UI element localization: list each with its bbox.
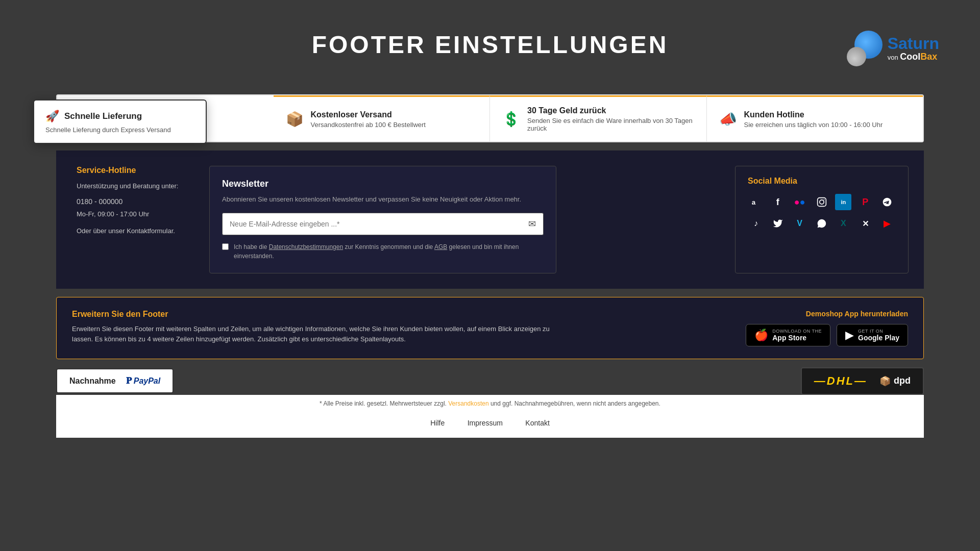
datenschutz-link[interactable]: Datenschutzbestimmungen xyxy=(269,243,343,251)
app-download-heading: Demoshop App herunterladen xyxy=(746,310,908,318)
vimeo-icon[interactable]: V xyxy=(792,215,808,232)
footer-nav: Hilfe Impressum Kontakt xyxy=(56,412,924,438)
logo: Saturn von CoolBax xyxy=(847,31,939,66)
footer-dark: Service-Hotline Unterstützung und Beratu… xyxy=(56,151,924,289)
footer-wrapper: 📦 📦 Kostenloser Versand Versandkostenfre… xyxy=(56,94,924,531)
paypal-icon: 𝐏 xyxy=(126,375,132,386)
google-play-badge[interactable]: ▶ GET IT ON Google Play xyxy=(837,324,908,346)
benefit-item-hotline: 📣 Kunden Hotline Sie erreichen uns tägli… xyxy=(707,95,923,141)
benefit-text-3: Kunden Hotline Sie erreichen uns täglich… xyxy=(744,110,883,129)
benefit-desc-3: Sie erreichen uns täglich von 10:00 - 16… xyxy=(744,121,883,129)
footer-nav-kontakt[interactable]: Kontakt xyxy=(525,419,549,427)
hotline-phone: 0180 - 000000 xyxy=(77,196,199,207)
rocket-icon: 🚀 xyxy=(45,110,59,123)
app-download-section: Demoshop App herunterladen 🍎 Download on… xyxy=(746,310,908,346)
app-store-big: App Store xyxy=(772,334,822,342)
tiktok-icon[interactable]: ♪ xyxy=(748,215,764,232)
benefit-item-return: 💲 30 Tage Geld zurück Senden Sie es einf… xyxy=(490,95,707,141)
svg-point-2 xyxy=(819,200,823,204)
hotline-heading: Service-Hotline xyxy=(77,166,199,175)
app-store-badge[interactable]: 🍎 Download on the App Store xyxy=(746,324,830,346)
flickr-icon[interactable]: ●● xyxy=(792,194,808,210)
social-media-box: Social Media a f ●● in P xyxy=(735,166,909,273)
youtube-icon[interactable]: ▶ xyxy=(879,215,895,232)
benefit-desc-1: Versandkostenfrei ab 100 € Bestellwert xyxy=(311,121,426,129)
benefit-title-1: Kostenloser Versand xyxy=(311,110,426,119)
google-play-text: GET IT ON Google Play xyxy=(858,329,899,342)
dpd-logo: 📦 dpd xyxy=(879,375,911,387)
dpd-text: dpd xyxy=(894,375,911,386)
hotline-hours: Mo-Fr, 09:00 - 17:00 Uhr xyxy=(77,209,199,220)
legal-pre: * Alle Preise inkl. gesetzl. Mehrwertste… xyxy=(320,400,448,407)
benefit-text-2: 30 Tage Geld zurück Senden Sie es einfac… xyxy=(527,106,694,132)
legal-text-section: * Alle Preise inkl. gesetzl. Mehrwertste… xyxy=(56,395,924,412)
logo-sub-prefix: von xyxy=(888,54,900,61)
newsletter-heading: Newsletter xyxy=(222,179,544,189)
extend-footer-description: Erweitern Sie diesen Footer mit weiteren… xyxy=(72,324,557,345)
benefit-icon-1: 📦 xyxy=(286,111,304,128)
google-play-big: Google Play xyxy=(858,334,899,342)
extend-footer-heading: Erweitern Sie den Footer xyxy=(72,310,557,319)
service-hotline-section: Service-Hotline Unterstützung und Beratu… xyxy=(77,166,209,273)
logo-sub: von CoolBax xyxy=(888,52,939,62)
social-media-heading: Social Media xyxy=(748,177,896,186)
apple-icon: 🍎 xyxy=(754,329,768,342)
social-icons-grid: a f ●● in P ♪ xyxy=(748,194,896,232)
tooltip-description: Schnelle Lieferung durch Express Versand xyxy=(45,126,194,134)
benefit-icon-3: 📣 xyxy=(719,111,737,128)
newsletter-box: Newsletter Abonnieren Sie unseren kosten… xyxy=(209,166,556,273)
app-store-small: Download on the xyxy=(772,329,822,334)
google-play-small: GET IT ON xyxy=(858,329,899,334)
footer-nav-hilfe[interactable]: Hilfe xyxy=(430,419,445,427)
payment-box: Nachnahme 𝐏 PayPal xyxy=(56,368,174,393)
instagram-icon[interactable] xyxy=(814,194,830,210)
benefit-title-3: Kunden Hotline xyxy=(744,110,883,119)
extend-footer-section: Erweitern Sie den Footer Erweitern Sie d… xyxy=(56,297,924,359)
tooltip-title: 🚀 Schnelle Lieferung xyxy=(45,110,194,123)
pinterest-icon[interactable]: P xyxy=(857,194,873,210)
logo-text-container: Saturn von CoolBax xyxy=(888,35,939,62)
xing-icon[interactable]: X xyxy=(835,215,851,232)
benefit-title-2: 30 Tage Geld zurück xyxy=(527,106,694,115)
svg-point-3 xyxy=(823,199,824,201)
whatsapp-icon[interactable] xyxy=(814,215,830,232)
middle-section: Service-Hotline Unterstützung und Beratu… xyxy=(56,151,924,289)
logo-circles xyxy=(847,31,883,66)
amazon-icon[interactable]: a xyxy=(748,194,764,210)
telegram-icon[interactable] xyxy=(879,194,895,210)
newsletter-input-row: ✉ xyxy=(222,213,544,235)
benefit-icon-2: 💲 xyxy=(502,111,520,128)
google-play-icon: ▶ xyxy=(845,329,854,342)
payment-row: Nachnahme 𝐏 PayPal —DHL— 📦 dpd xyxy=(56,367,924,395)
shipping-box: —DHL— 📦 dpd xyxy=(801,367,924,395)
legal-post: und ggf. Nachnahmegebühren, wenn nicht a… xyxy=(489,400,660,407)
logo-circle-gray xyxy=(847,47,866,66)
paypal-text: PayPal xyxy=(134,377,160,386)
extend-footer-text: Erweitern Sie den Footer Erweitern Sie d… xyxy=(72,310,557,345)
agb-link[interactable]: AGB xyxy=(434,243,447,251)
hotline-contact: Oder über unser Kontaktformular. xyxy=(77,226,199,237)
x-twitter-icon[interactable]: ✕ xyxy=(857,215,873,232)
dhl-logo: —DHL— xyxy=(814,374,867,388)
svg-rect-1 xyxy=(817,198,826,207)
benefit-text-1: Kostenloser Versand Versandkostenfrei ab… xyxy=(311,110,426,129)
newsletter-send-button[interactable]: ✉ xyxy=(521,213,543,235)
hotline-support: Unterstützung und Beratung unter: xyxy=(77,181,199,192)
newsletter-consent-label: Ich habe die Datenschutzbestimmungen zur… xyxy=(234,242,544,261)
newsletter-email-input[interactable] xyxy=(223,214,521,234)
benefit-item-free-shipping: 📦 Kostenloser Versand Versandkostenfrei … xyxy=(274,95,491,141)
linkedin-icon[interactable]: in xyxy=(835,194,851,210)
app-badges: 🍎 Download on the App Store ▶ GET IT ON … xyxy=(746,324,908,346)
newsletter-description: Abonnieren Sie unseren kostenlosen Newsl… xyxy=(222,194,544,205)
footer-nav-impressum[interactable]: Impressum xyxy=(468,419,503,427)
logo-brand: Saturn xyxy=(888,34,939,53)
page-title: FOOTER EINSTELLUNGEN xyxy=(0,0,980,79)
twitter-icon[interactable] xyxy=(770,215,786,232)
newsletter-checkbox-row: Ich habe die Datenschutzbestimmungen zur… xyxy=(222,242,544,261)
app-store-text: Download on the App Store xyxy=(772,329,822,342)
benefit-desc-2: Senden Sie es einfach die Ware innerhalb… xyxy=(527,117,694,132)
versandkosten-link[interactable]: Versandkosten xyxy=(448,400,488,407)
newsletter-consent-checkbox[interactable] xyxy=(222,243,229,250)
paypal-logo: 𝐏 PayPal xyxy=(126,375,160,386)
facebook-icon[interactable]: f xyxy=(770,194,786,210)
